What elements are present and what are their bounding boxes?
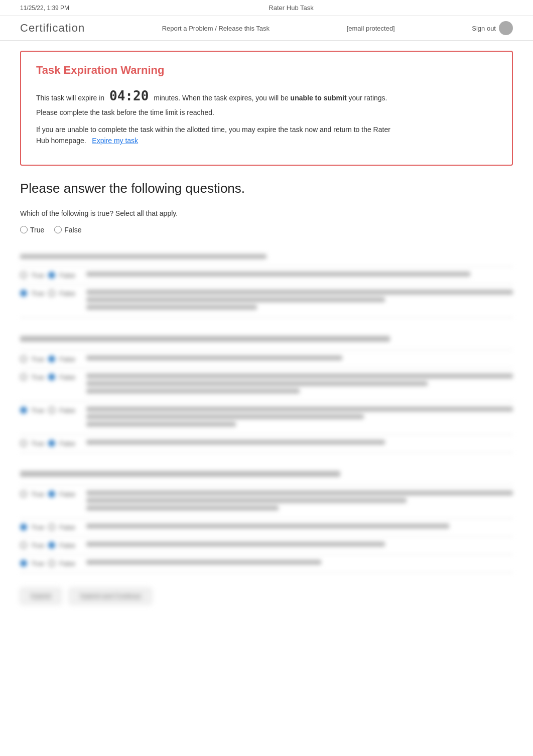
option-true[interactable]: True (20, 226, 44, 234)
blurred-line (86, 290, 513, 295)
submit-button[interactable]: Submit (20, 588, 61, 604)
expire-link[interactable]: Expire my task (92, 137, 138, 145)
blurred-radio-2 (48, 490, 55, 497)
blurred-radio-1 (20, 407, 27, 414)
blurred-line (86, 407, 513, 412)
blurred-row: True False (20, 435, 513, 453)
blurred-radio-1 (20, 524, 27, 531)
question-1-options: True False (20, 226, 513, 234)
blurred-line (86, 560, 321, 565)
blurred-radio-group: True False (20, 290, 80, 297)
user-avatar (499, 21, 513, 35)
blurred-radio-group: True False (20, 524, 80, 531)
blurred-text-block (86, 524, 513, 531)
nav-email: [email protected] (347, 25, 395, 32)
blurred-question-line (20, 471, 340, 477)
warning-bold-text: unable to submit (291, 94, 347, 102)
warning-text-end: your ratings. (348, 94, 387, 102)
warning-text-before-timer: This task will expire in (36, 94, 104, 102)
blurred-text-block (86, 407, 513, 429)
blurred-radio-group: True False (20, 407, 80, 414)
radio-true[interactable] (20, 226, 28, 233)
blurred-radio-2 (48, 290, 55, 297)
blurred-text-block (86, 272, 513, 279)
blurred-text-block (86, 490, 513, 513)
blurred-question-header-3 (20, 463, 513, 485)
blurred-radio-2 (48, 560, 55, 567)
blurred-line (86, 490, 513, 495)
blurred-radio-group: True False (20, 272, 80, 279)
blurred-radio-2 (48, 373, 55, 381)
datetime-label: 11/25/22, 1:39 PM (20, 5, 69, 12)
main-content: Task Expiration Warning This task will e… (0, 41, 533, 614)
blurred-rows-3: True False True False (20, 485, 513, 573)
blurred-radio-2 (48, 355, 55, 362)
warning-text-2: If you are unable to complete the task w… (36, 124, 497, 147)
submit-continue-button[interactable]: Submit and Continue (69, 588, 151, 604)
warning-line4: Hub homepage. (36, 137, 86, 145)
bottom-buttons: Submit Submit and Continue (20, 588, 513, 604)
blurred-row: True False (20, 485, 513, 519)
blurred-line (86, 414, 364, 419)
blurred-radio-1 (20, 542, 27, 549)
blurred-row: True False (20, 266, 513, 285)
blurred-radio-2 (48, 440, 55, 447)
radio-false[interactable] (54, 226, 62, 233)
blurred-radio-group: True False (20, 440, 80, 447)
blurred-row: True False (20, 285, 513, 318)
blurred-row: True False (20, 537, 513, 555)
blurred-line (86, 389, 300, 394)
blurred-line (86, 272, 470, 277)
blurred-radio-2 (48, 272, 55, 279)
sign-out-label: Sign out (472, 25, 496, 32)
blurred-row: True False (20, 350, 513, 368)
blurred-line (86, 305, 257, 310)
question-1-text: Which of the following is true? Select a… (20, 208, 513, 219)
blurred-radio-2 (48, 524, 55, 531)
top-bar: 11/25/22, 1:39 PM Rater Hub Task (0, 0, 533, 16)
blurred-radio-1 (20, 373, 27, 381)
option-false-label: False (64, 226, 81, 234)
blurred-radio-group: True False (20, 542, 80, 549)
question-block-1: Which of the following is true? Select a… (20, 208, 513, 234)
warning-box: Task Expiration Warning This task will e… (20, 51, 513, 166)
blurred-radio-1 (20, 355, 27, 362)
blurred-line (86, 297, 385, 302)
blurred-radio-group: True False (20, 490, 80, 498)
blurred-rows-1: True False True False (20, 266, 513, 318)
blurred-content: True False True False (20, 254, 513, 604)
blurred-line (86, 373, 513, 379)
option-false[interactable]: False (54, 226, 81, 234)
blurred-rows-2: True False True False (20, 350, 513, 453)
blurred-line (86, 506, 279, 511)
nav-logo: Certification (20, 22, 85, 35)
sign-out-button[interactable]: Sign out (472, 21, 513, 35)
nav-links: Report a Problem / Release this Task (162, 25, 270, 32)
blurred-line (86, 440, 385, 445)
blurred-text-block (86, 542, 513, 549)
report-problem-link[interactable]: Report a Problem / Release this Task (162, 25, 270, 32)
timer-display: 04:20 (109, 86, 149, 107)
blurred-line (86, 422, 236, 427)
blurred-text-block (86, 355, 513, 363)
blurred-radio-group: True False (20, 355, 80, 363)
blurred-radio-2 (48, 542, 55, 549)
blurred-question-header-2 (20, 328, 513, 350)
warning-line3: If you are unable to complete the task w… (36, 125, 390, 134)
section-title: Please answer the following questions. (20, 181, 513, 196)
blurred-text-block (86, 290, 513, 312)
blurred-line (86, 355, 342, 360)
blurred-row: True False (20, 519, 513, 537)
warning-text-after-timer: minutes. When the task expires, you will… (154, 94, 288, 102)
blurred-radio-group: True False (20, 373, 80, 381)
blurred-row: True False (20, 555, 513, 573)
blurred-line (86, 381, 428, 386)
blurred-text-block (86, 440, 513, 447)
blurred-radio-1 (20, 560, 27, 567)
blurred-radio-1 (20, 272, 27, 279)
blurred-text-block (86, 560, 513, 567)
blurred-text-block (86, 373, 513, 396)
blurred-radio-1 (20, 440, 27, 447)
blurred-radio-group: True False (20, 560, 80, 567)
blurred-radio-2 (48, 407, 55, 414)
